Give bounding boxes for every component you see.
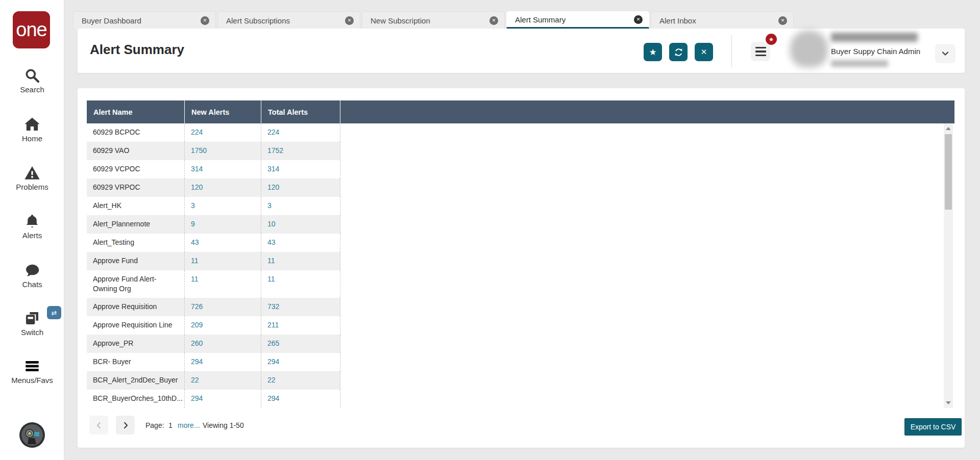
sidebar-item-label: Search (0, 85, 64, 94)
scroll-down-arrow-icon[interactable] (944, 399, 953, 407)
tab-alert-inbox[interactable]: Alert Inbox✕ (651, 11, 794, 29)
total-alerts-cell: 224 (261, 123, 340, 142)
column-header-alert-name[interactable]: Alert Name (87, 100, 185, 123)
home-icon (0, 116, 64, 133)
total-alerts-link[interactable]: 314 (267, 165, 279, 173)
scrollbar-thumb[interactable] (945, 134, 952, 210)
alert-name-cell: Approve Fund (87, 252, 185, 270)
new-alerts-link[interactable]: 11 (191, 275, 199, 283)
total-alerts-link[interactable]: 294 (267, 394, 279, 402)
total-alerts-link[interactable]: 211 (267, 321, 279, 329)
column-header-new-alerts[interactable]: New Alerts (185, 100, 261, 123)
table-row: Approve_PR260265 (87, 335, 340, 353)
new-alerts-link[interactable]: 120 (191, 183, 203, 191)
new-alerts-link[interactable]: 3 (191, 201, 195, 210)
new-alerts-link[interactable]: 209 (191, 321, 203, 329)
tab-alert-subscriptions[interactable]: Alert Subscriptions✕ (217, 11, 360, 29)
table-row: Alert_HK33 (87, 197, 340, 215)
user-name-blurred (831, 33, 918, 42)
tab-bar: Buyer Dashboard✕Alert Subscriptions✕New … (64, 11, 980, 29)
sidebar-item-label: Home (0, 134, 64, 143)
sidebar-item-home[interactable]: Home (0, 116, 64, 143)
favorite-button[interactable]: ★ (644, 43, 662, 61)
new-alerts-cell: 224 (185, 123, 261, 142)
total-alerts-link[interactable]: 224 (267, 128, 279, 136)
total-alerts-link[interactable]: 294 (267, 357, 279, 366)
new-alerts-link[interactable]: 224 (191, 128, 203, 136)
tab-close-icon[interactable]: ✕ (778, 16, 787, 25)
vertical-scrollbar[interactable] (944, 123, 953, 408)
total-alerts-cell: 265 (261, 335, 340, 353)
new-alerts-cell: 314 (185, 160, 261, 178)
sidebar-item-alerts[interactable]: Alerts (0, 213, 64, 240)
new-alerts-link[interactable]: 314 (191, 165, 203, 173)
table-row: Approve Requisition Line209211 (87, 316, 340, 335)
total-alerts-cell: 120 (261, 178, 340, 197)
sidebar-item-chats[interactable]: Chats (0, 262, 64, 289)
new-alerts-link[interactable]: 260 (191, 339, 203, 347)
page-number-field[interactable]: 1 (168, 421, 173, 429)
close-panel-button[interactable]: ✕ (695, 43, 713, 61)
total-alerts-link[interactable]: 3 (267, 201, 272, 210)
total-alerts-link[interactable]: 11 (267, 257, 275, 265)
sidebar-item-label: Chats (0, 280, 64, 289)
new-alerts-link[interactable]: 1750 (191, 146, 207, 155)
tab-close-icon[interactable]: ✕ (201, 16, 209, 25)
user-avatar[interactable] (19, 422, 45, 448)
table-row: 60929 VRPOC120120 (87, 178, 340, 197)
previous-page-button[interactable] (89, 416, 108, 435)
new-alerts-cell: 294 (185, 390, 261, 408)
alert-name-cell: Approve_PR (87, 335, 185, 353)
tab-close-icon[interactable]: ✕ (489, 16, 498, 25)
total-alerts-cell: 11 (261, 270, 340, 298)
export-to-csv-button[interactable]: Export to CSV (904, 418, 962, 436)
new-alerts-link[interactable]: 43 (191, 238, 199, 246)
page-title: Alert Summary (90, 42, 184, 58)
new-alerts-link[interactable]: 294 (191, 394, 203, 402)
new-alerts-link[interactable]: 22 (191, 376, 199, 384)
next-page-button[interactable] (116, 416, 135, 435)
sidebar-item-search[interactable]: Search (0, 67, 64, 94)
scroll-up-arrow-icon[interactable] (944, 124, 953, 133)
tab-label: New Subscription (371, 16, 489, 25)
more-pages-link[interactable]: more... (178, 421, 200, 429)
refresh-button[interactable] (669, 43, 688, 61)
total-alerts-link[interactable]: 43 (267, 238, 276, 246)
new-alerts-cell: 11 (185, 252, 261, 270)
chevron-right-icon (121, 421, 130, 430)
new-alerts-link[interactable]: 11 (191, 257, 199, 265)
new-alerts-cell: 1750 (185, 142, 261, 160)
tab-close-icon[interactable]: ✕ (634, 15, 643, 24)
table-row: 60929 VCPOC314314 (87, 160, 340, 178)
tab-label: Buyer Dashboard (82, 16, 201, 25)
total-alerts-link[interactable]: 10 (267, 220, 276, 228)
new-alerts-link[interactable]: 294 (191, 357, 203, 366)
total-alerts-link[interactable]: 22 (267, 376, 276, 384)
tab-new-subscription[interactable]: New Subscription✕ (362, 11, 505, 29)
new-alerts-link[interactable]: 726 (191, 302, 203, 311)
total-alerts-link[interactable]: 11 (267, 275, 275, 283)
table-row: 60929 VAO17501752 (87, 142, 340, 160)
total-alerts-link[interactable]: 732 (267, 302, 279, 311)
tab-buyer-dashboard[interactable]: Buyer Dashboard✕ (73, 11, 216, 29)
alert-name-cell: 60929 VCPOC (87, 160, 185, 178)
sidebar-item-menus-favs[interactable]: Menus/Favs (0, 358, 64, 385)
tab-close-icon[interactable]: ✕ (345, 16, 354, 25)
new-alerts-cell: 294 (185, 353, 261, 371)
alert-name-cell: BCR_Alert_2ndDec_Buyer (87, 371, 185, 390)
sidebar-item-switch[interactable]: ⇄Switch (0, 310, 64, 337)
sidebar-item-problems[interactable]: Problems (0, 165, 64, 191)
new-alerts-cell: 3 (185, 197, 261, 215)
tab-alert-summary[interactable]: Alert Summary✕ (506, 11, 649, 29)
total-alerts-link[interactable]: 265 (267, 339, 279, 347)
total-alerts-link[interactable]: 1752 (267, 146, 283, 155)
sidebar-item-label: Menus/Favs (0, 376, 64, 385)
column-header-total-alerts[interactable]: Total Alerts (261, 100, 340, 123)
total-alerts-link[interactable]: 120 (267, 183, 279, 191)
total-alerts-cell: 3 (261, 197, 340, 215)
user-menu-dropdown[interactable] (935, 44, 955, 63)
one-logo[interactable]: one (13, 11, 50, 48)
new-alerts-link[interactable]: 9 (191, 220, 195, 228)
total-alerts-cell: 294 (261, 353, 340, 371)
new-alerts-cell: 22 (185, 371, 261, 390)
